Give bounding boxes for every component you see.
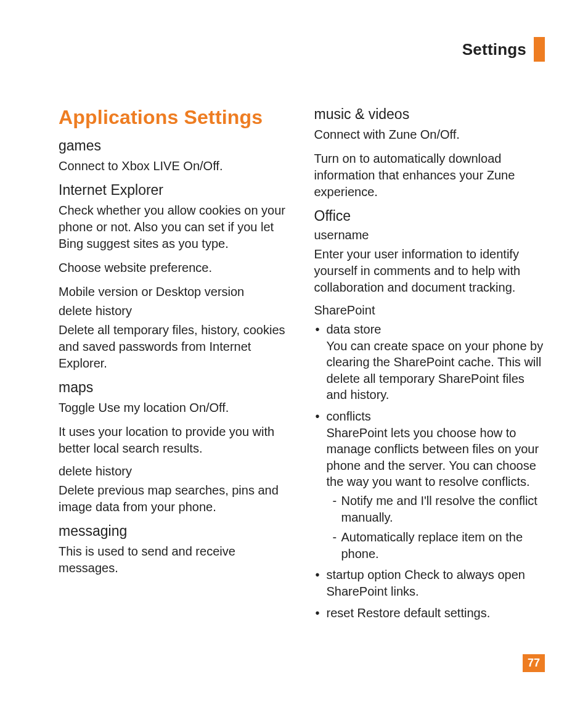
ie-body-4: Delete all temporary files, history, coo… — [59, 322, 290, 372]
page-number: 77 — [523, 654, 545, 672]
conflict-option-manual: Notify me and I'll resolve the conflict … — [333, 493, 545, 525]
music-body-2: Turn on to automatically download inform… — [314, 150, 545, 200]
sharepoint-bullet-startup: startup option Check to always open Shar… — [314, 567, 545, 599]
sharepoint-bullet-reset: reset Restore default settings. — [314, 605, 545, 622]
left-column: Applications Settings games Connect to X… — [59, 106, 290, 626]
sharepoint-bullet-conflicts: conflicts SharePoint lets you choose how… — [314, 408, 545, 562]
maps-body-2: It uses your location to provide you wit… — [59, 424, 290, 457]
messaging-body: This is used to send and receive message… — [59, 543, 290, 577]
maps-delete-history-heading: delete history — [59, 464, 290, 478]
ie-body-1: Check whether you allow cookies on your … — [59, 202, 290, 252]
office-heading: Office — [314, 208, 545, 224]
games-body: Connect to Xbox LIVE On/Off. — [59, 158, 290, 174]
header-title: Settings — [462, 40, 526, 59]
office-body-1: Enter your user information to identify … — [314, 246, 545, 296]
office-sharepoint-heading: SharePoint — [314, 303, 545, 318]
ie-heading: Internet Explorer — [59, 182, 290, 199]
music-body-1: Connect with Zune On/Off. — [314, 126, 545, 143]
maps-body-3: Delete previous map searches, pins and i… — [59, 482, 290, 515]
maps-body-1: Toggle Use my location On/Off. — [59, 400, 290, 416]
games-heading: games — [59, 138, 290, 154]
office-username-heading: username — [314, 228, 545, 242]
content-columns: Applications Settings games Connect to X… — [59, 106, 545, 626]
bullet-title: conflicts — [327, 409, 371, 423]
music-heading: music & videos — [314, 106, 545, 123]
sharepoint-bullet-list: data store You can create space on your … — [314, 321, 545, 621]
bullet-title: data store — [327, 322, 382, 336]
page-header: Settings — [59, 37, 545, 62]
ie-delete-history-heading: delete history — [59, 304, 290, 318]
section-title: Applications Settings — [59, 106, 290, 129]
bullet-desc: SharePoint lets you choose how to manage… — [327, 425, 545, 490]
bullet-desc: You can create space on your phone by cl… — [327, 338, 545, 403]
header-accent-bar — [534, 37, 545, 62]
page: Settings Applications Settings games Con… — [0, 0, 588, 706]
ie-body-3: Mobile version or Desktop version — [59, 284, 290, 300]
maps-heading: maps — [59, 379, 290, 396]
messaging-heading: messaging — [59, 523, 290, 540]
ie-body-2: Choose website preference. — [59, 260, 290, 276]
right-column: music & videos Connect with Zune On/Off.… — [314, 106, 545, 626]
conflict-option-auto: Automatically replace item on the phone. — [333, 529, 545, 562]
conflict-options: Notify me and I'll resolve the conflict … — [327, 493, 545, 562]
sharepoint-bullet-datastore: data store You can create space on your … — [314, 321, 545, 403]
